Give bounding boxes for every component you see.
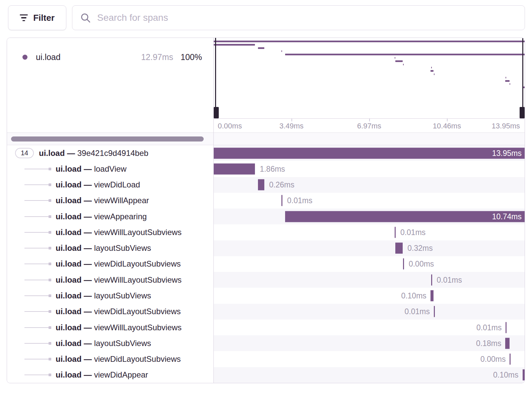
tree-connector-dot	[49, 374, 51, 376]
span-row-timeline: 0.01ms	[214, 304, 525, 320]
span-duration-bar[interactable]	[430, 290, 434, 301]
minimap-span-bar	[281, 50, 282, 52]
span-search-box[interactable]	[72, 5, 525, 30]
span-duration-label: 0.32ms	[407, 244, 433, 253]
span-duration-bar[interactable]	[505, 338, 509, 349]
minimap-left-drag-handle[interactable]	[214, 107, 219, 118]
search-icon	[80, 12, 91, 23]
span-duration-label: 13.95ms	[492, 148, 522, 159]
tree-connector-line	[24, 280, 49, 280]
span-duration-label: 1.86ms	[260, 164, 285, 173]
span-row[interactable]: ui.load — loadView1.86ms	[7, 161, 525, 177]
span-row-left: ui.load — viewWillLayoutSubviews	[7, 224, 214, 240]
span-duration-bar[interactable]	[523, 370, 525, 381]
filter-button[interactable]: Filter	[8, 5, 66, 30]
span-label: ui.load — layoutSubViews	[56, 291, 151, 300]
minimap-span-bar	[510, 83, 510, 85]
scrollbar-track[interactable]	[7, 132, 525, 145]
minimap-span-bar	[506, 77, 506, 78]
span-row-left: ui.load — viewWillLayoutSubviews	[7, 272, 214, 288]
tree-connector-line	[24, 184, 49, 185]
timeline-minimap[interactable]	[214, 38, 525, 118]
tree-connector-line	[24, 248, 49, 248]
span-row-left: ui.load — viewWillAppear	[7, 193, 214, 209]
span-tick-bar[interactable]	[281, 195, 282, 206]
panel-divider[interactable]	[213, 38, 214, 383]
span-duration-bar[interactable]	[214, 163, 255, 174]
span-label: ui.load — viewWillLayoutSubviews	[56, 228, 182, 237]
span-duration-label: 0.01ms	[437, 275, 462, 284]
span-row-timeline: 0.01ms	[214, 224, 525, 240]
span-label: ui.load — viewDidLayoutSubviews	[56, 259, 181, 269]
minimap-span-bar	[258, 47, 264, 49]
tree-connector-line	[24, 200, 49, 201]
span-label: ui.load — viewWillLayoutSubviews	[56, 275, 182, 285]
filter-lines-icon	[20, 14, 28, 21]
span-duration-bar[interactable]	[395, 243, 403, 254]
minimap-right-drag-handle[interactable]	[520, 107, 525, 118]
span-tick-bar[interactable]	[403, 259, 404, 270]
span-duration-bar[interactable]	[258, 179, 264, 190]
span-row[interactable]: ui.load — viewWillLayoutSubviews0.01ms	[7, 224, 525, 240]
minimap-span-bar	[395, 57, 395, 59]
minimap-span-bar	[214, 44, 255, 46]
span-duration-label: 0.01ms	[405, 307, 430, 316]
span-row-left: ui.load — viewDidLayoutSubviews	[7, 304, 214, 320]
time-axis: 0.00ms 3.49ms 6.97ms 10.46ms 13.95ms	[214, 118, 525, 132]
span-row-timeline: 0.10ms	[214, 288, 525, 303]
span-row-timeline: 0.32ms	[214, 240, 525, 256]
axis-label: 6.97ms	[357, 122, 381, 130]
tree-connector-dot	[49, 231, 51, 234]
span-row[interactable]: ui.load — viewWillLayoutSubviews0.01ms	[7, 320, 525, 335]
tree-connector-line	[24, 295, 49, 296]
span-row[interactable]: ui.load — viewWillLayoutSubviews0.01ms	[7, 272, 525, 288]
span-duration-label: 10.74ms	[492, 211, 522, 222]
span-row[interactable]: ui.load — viewDidLayoutSubviews0.00ms	[7, 256, 525, 272]
span-tick-bar[interactable]	[510, 354, 511, 365]
search-spans-input[interactable]	[97, 12, 517, 23]
span-row[interactable]: ui.load — viewAppearing10.74ms	[7, 209, 525, 224]
tree-connector-dot	[49, 247, 51, 249]
axis-tick-mark	[369, 119, 370, 121]
span-row[interactable]: ui.load — viewDidLayoutSubviews0.00ms	[7, 351, 525, 367]
tree-connector-dot	[49, 199, 51, 202]
span-row-left: 14ui.load — 39e421c9d4914beb	[7, 145, 214, 161]
span-duration-bar[interactable]: 13.95ms	[214, 148, 525, 159]
span-row[interactable]: ui.load — viewDidLoad0.26ms	[7, 177, 525, 193]
legend-row[interactable]: ui.load 12.97ms 100%	[7, 50, 213, 64]
tree-connector-dot	[49, 294, 51, 297]
span-duration-label: 0.00ms	[480, 355, 506, 364]
span-duration-bar[interactable]: 10.74ms	[285, 211, 525, 222]
minimap-left-handle-line	[215, 38, 216, 118]
horizontal-scrollbar-thumb[interactable]	[11, 136, 204, 141]
minimap-span-bar	[214, 41, 525, 42]
span-duration-label: 0.10ms	[401, 291, 426, 300]
minimap-span-bar	[403, 64, 404, 65]
span-row[interactable]: ui.load — layoutSubViews0.10ms	[7, 288, 525, 303]
minimap-span-bar	[395, 60, 403, 62]
span-row[interactable]: ui.load — viewWillAppear0.01ms	[7, 193, 525, 209]
span-duration-label: 0.00ms	[409, 260, 434, 269]
span-row-timeline: 0.01ms	[214, 272, 525, 288]
span-label: ui.load — layoutSubViews	[56, 339, 151, 348]
tree-connector-line	[24, 311, 49, 312]
span-row[interactable]: 14ui.load — 39e421c9d4914beb13.95ms	[7, 145, 525, 161]
span-row[interactable]: ui.load — layoutSubViews0.18ms	[7, 335, 525, 351]
span-tick-bar[interactable]	[506, 322, 507, 333]
span-row-left: ui.load — viewDidLayoutSubviews	[7, 351, 214, 367]
span-row[interactable]: ui.load — layoutSubViews0.32ms	[7, 240, 525, 256]
span-duration-label: 0.01ms	[476, 323, 502, 332]
span-row[interactable]: ui.load — viewDidAppear0.10ms	[7, 367, 525, 383]
tree-connector-line	[24, 343, 49, 344]
tree-connector-line	[24, 264, 49, 264]
span-row-left: ui.load — viewDidAppear	[7, 367, 214, 383]
span-count-badge[interactable]: 14	[15, 148, 34, 158]
span-tick-bar[interactable]	[434, 306, 435, 317]
tree-connector-line	[24, 359, 49, 359]
span-row[interactable]: ui.load — viewDidLayoutSubviews0.01ms	[7, 304, 525, 320]
span-tick-bar[interactable]	[395, 227, 396, 238]
span-tick-bar[interactable]	[431, 274, 432, 285]
minimap-span-bar	[430, 70, 434, 72]
filter-button-label: Filter	[33, 13, 55, 23]
tree-connector-dot	[49, 215, 51, 218]
